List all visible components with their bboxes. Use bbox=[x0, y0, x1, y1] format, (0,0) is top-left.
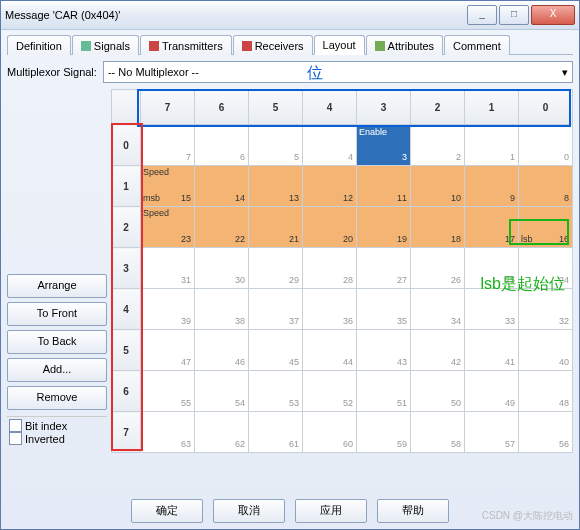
byte-header: 2 bbox=[112, 207, 141, 248]
window-title: Message 'CAR (0x404)' bbox=[5, 9, 120, 21]
bit-cell[interactable]: 26 bbox=[411, 248, 465, 289]
bit-cell[interactable]: 32 bbox=[519, 289, 573, 330]
cancel-button[interactable]: 取消 bbox=[213, 499, 285, 523]
bit-cell[interactable]: 45 bbox=[249, 330, 303, 371]
tofront-button[interactable]: To Front bbox=[7, 302, 107, 326]
bit-cell[interactable]: 37 bbox=[249, 289, 303, 330]
bit-cell[interactable]: 19 bbox=[357, 207, 411, 248]
bit-cell[interactable]: 6 bbox=[195, 125, 249, 166]
left-panel: Arrange To Front To Back Add... Remove B… bbox=[7, 89, 107, 453]
bit-cell[interactable]: 52 bbox=[303, 371, 357, 412]
bit-cell[interactable]: 50 bbox=[411, 371, 465, 412]
maximize-button[interactable]: □ bbox=[499, 5, 529, 25]
bit-cell[interactable]: 20 bbox=[303, 207, 357, 248]
bit-cell[interactable]: 22 bbox=[195, 207, 249, 248]
corner-cell bbox=[112, 90, 141, 125]
bit-cell[interactable]: 8 bbox=[519, 166, 573, 207]
bit-header: 0 bbox=[519, 90, 573, 125]
mux-select[interactable]: -- No Multiplexor -- ▾ bbox=[103, 61, 573, 83]
bit-cell[interactable]: Speedmsb15 bbox=[141, 166, 195, 207]
bit-cell[interactable]: 49 bbox=[465, 371, 519, 412]
tab-layout[interactable]: Layout bbox=[314, 35, 365, 55]
bit-cell[interactable]: 0 bbox=[519, 125, 573, 166]
bit-cell[interactable]: 55 bbox=[141, 371, 195, 412]
bit-cell[interactable]: 51 bbox=[357, 371, 411, 412]
bit-cell[interactable]: 39 bbox=[141, 289, 195, 330]
bit-cell[interactable]: 12 bbox=[303, 166, 357, 207]
bit-cell[interactable]: 43 bbox=[357, 330, 411, 371]
bit-cell[interactable]: 42 bbox=[411, 330, 465, 371]
bit-cell[interactable]: 5 bbox=[249, 125, 303, 166]
inverted-check[interactable]: Inverted bbox=[9, 432, 105, 445]
bit-cell[interactable]: 60 bbox=[303, 412, 357, 453]
bit-cell[interactable]: 38 bbox=[195, 289, 249, 330]
bit-cell[interactable]: 7 bbox=[141, 125, 195, 166]
close-button[interactable]: X bbox=[531, 5, 575, 25]
bit-cell[interactable]: 27 bbox=[357, 248, 411, 289]
bit-cell[interactable]: 41 bbox=[465, 330, 519, 371]
tab-comment[interactable]: Comment bbox=[444, 35, 510, 55]
bit-cell[interactable]: 4 bbox=[303, 125, 357, 166]
tab-transmitters[interactable]: Transmitters bbox=[140, 35, 232, 55]
bit-cell[interactable]: 35 bbox=[357, 289, 411, 330]
bit-cell[interactable]: 11 bbox=[357, 166, 411, 207]
bit-cell[interactable]: 13 bbox=[249, 166, 303, 207]
remove-button[interactable]: Remove bbox=[7, 386, 107, 410]
bit-cell[interactable]: 54 bbox=[195, 371, 249, 412]
bit-cell[interactable]: 61 bbox=[249, 412, 303, 453]
bit-cell[interactable]: 63 bbox=[141, 412, 195, 453]
bit-cell[interactable]: 24 bbox=[519, 248, 573, 289]
bit-cell[interactable]: 14 bbox=[195, 166, 249, 207]
bit-cell[interactable]: 57 bbox=[465, 412, 519, 453]
bit-cell[interactable]: 17 bbox=[465, 207, 519, 248]
bit-cell[interactable]: 2 bbox=[411, 125, 465, 166]
bit-cell[interactable]: 1 bbox=[465, 125, 519, 166]
toback-button[interactable]: To Back bbox=[7, 330, 107, 354]
mux-label: Multiplexor Signal: bbox=[7, 66, 97, 78]
bit-cell[interactable]: 59 bbox=[357, 412, 411, 453]
bit-cell[interactable]: 58 bbox=[411, 412, 465, 453]
tab-definition[interactable]: Definition bbox=[7, 35, 71, 55]
attr-icon bbox=[375, 41, 385, 51]
bitindex-check[interactable]: Bit index bbox=[9, 419, 105, 432]
bit-cell[interactable]: 44 bbox=[303, 330, 357, 371]
bit-cell[interactable]: 36 bbox=[303, 289, 357, 330]
bit-cell[interactable]: 10 bbox=[411, 166, 465, 207]
bit-cell[interactable]: 9 bbox=[465, 166, 519, 207]
bit-header: 6 bbox=[195, 90, 249, 125]
bit-cell[interactable]: 33 bbox=[465, 289, 519, 330]
add-button[interactable]: Add... bbox=[7, 358, 107, 382]
help-button[interactable]: 帮助 bbox=[377, 499, 449, 523]
bit-cell[interactable]: 28 bbox=[303, 248, 357, 289]
tab-bar: Definition Signals Transmitters Receiver… bbox=[7, 34, 573, 55]
bit-cell[interactable]: 21 bbox=[249, 207, 303, 248]
bit-cell[interactable]: 31 bbox=[141, 248, 195, 289]
bit-cell[interactable]: lsb16 bbox=[519, 207, 573, 248]
bit-cell[interactable]: 53 bbox=[249, 371, 303, 412]
bit-cell[interactable]: 56 bbox=[519, 412, 573, 453]
bit-cell[interactable]: 46 bbox=[195, 330, 249, 371]
watermark: CSDN @大陈挖电动 bbox=[482, 509, 573, 523]
bit-header: 4 bbox=[303, 90, 357, 125]
bit-cell[interactable]: 34 bbox=[411, 289, 465, 330]
bit-header: 5 bbox=[249, 90, 303, 125]
tab-signals[interactable]: Signals bbox=[72, 35, 139, 55]
bit-cell[interactable]: 18 bbox=[411, 207, 465, 248]
minimize-button[interactable]: _ bbox=[467, 5, 497, 25]
byte-header: 7 bbox=[112, 412, 141, 453]
bit-cell[interactable]: 47 bbox=[141, 330, 195, 371]
bit-cell[interactable]: 62 bbox=[195, 412, 249, 453]
arrange-button[interactable]: Arrange bbox=[7, 274, 107, 298]
bit-cell[interactable]: Speed23 bbox=[141, 207, 195, 248]
bit-cell[interactable]: 30 bbox=[195, 248, 249, 289]
tab-attributes[interactable]: Attributes bbox=[366, 35, 443, 55]
chevron-down-icon: ▾ bbox=[562, 66, 568, 79]
bit-cell[interactable]: 48 bbox=[519, 371, 573, 412]
ok-button[interactable]: 确定 bbox=[131, 499, 203, 523]
bit-cell[interactable]: 29 bbox=[249, 248, 303, 289]
bit-cell[interactable]: Enable3 bbox=[357, 125, 411, 166]
apply-button[interactable]: 应用 bbox=[295, 499, 367, 523]
bit-cell[interactable]: 25 bbox=[465, 248, 519, 289]
tab-receivers[interactable]: Receivers bbox=[233, 35, 313, 55]
bit-cell[interactable]: 40 bbox=[519, 330, 573, 371]
